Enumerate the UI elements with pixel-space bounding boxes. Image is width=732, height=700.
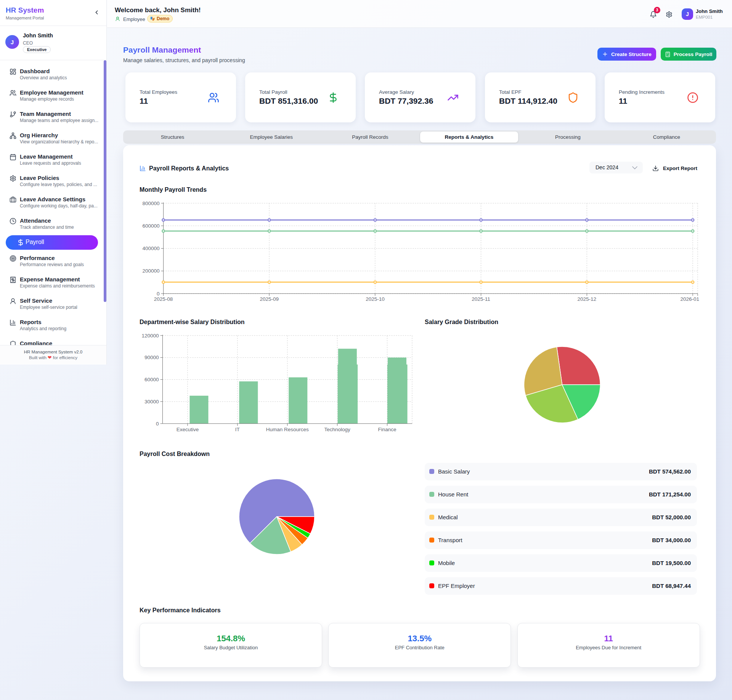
svg-text:800000: 800000 [142,201,159,206]
svg-text:90000: 90000 [144,355,159,360]
svg-text:2025-11: 2025-11 [472,296,490,302]
svg-text:0: 0 [156,421,159,427]
svg-text:2025-08: 2025-08 [154,296,173,302]
svg-text:IT: IT [235,427,240,432]
svg-text:60000: 60000 [144,377,159,382]
svg-text:0: 0 [157,291,160,297]
svg-text:400000: 400000 [142,246,159,251]
svg-text:Human Resources: Human Resources [266,427,309,432]
svg-text:Finance: Finance [378,427,396,432]
svg-text:2025-09: 2025-09 [260,296,279,302]
svg-text:120000: 120000 [141,333,159,339]
svg-text:Technology: Technology [324,427,350,432]
svg-text:2026-01: 2026-01 [680,296,699,302]
svg-text:200000: 200000 [142,268,159,274]
svg-text:30000: 30000 [144,399,159,405]
svg-text:Executive: Executive [177,427,199,432]
svg-text:2025-10: 2025-10 [366,296,385,302]
svg-text:2025-12: 2025-12 [578,296,597,302]
svg-text:600000: 600000 [142,223,159,229]
